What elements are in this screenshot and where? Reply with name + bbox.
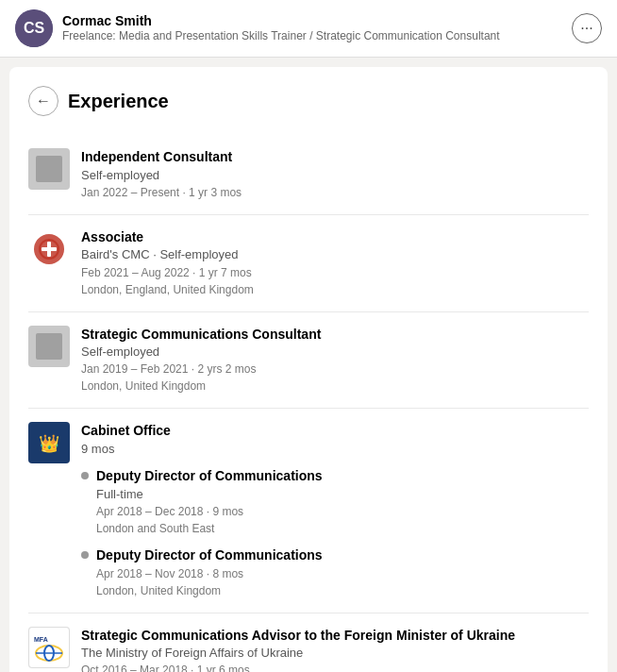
company-logo: 👑 [28, 422, 70, 463]
company-logo: MFA [28, 627, 70, 668]
experience-date: Feb 2021 – Aug 2022 · 1 yr 7 mos [81, 264, 589, 281]
experience-list: Independent ConsultantSelf-employedJan 2… [28, 135, 589, 672]
company-name: Associate [81, 228, 589, 247]
svg-text:MFA: MFA [34, 636, 48, 643]
experience-content: Independent ConsultantSelf-employedJan 2… [81, 148, 589, 201]
experience-content: Strategic Communications ConsultantSelf-… [81, 326, 589, 395]
avatar-image: CS [15, 9, 53, 47]
experience-item: 👑 Cabinet Office9 mosDeputy Director of … [28, 409, 589, 613]
company-sub: Self-employed [81, 167, 589, 184]
svg-text:👑: 👑 [39, 433, 60, 454]
experience-location: London, United Kingdom [81, 378, 589, 395]
company-sub: 9 mos [81, 441, 589, 458]
company-name: Strategic Communications Advisor to the … [81, 627, 589, 646]
sub-role: Deputy Director of CommunicationsFull-ti… [81, 467, 589, 537]
back-button[interactable]: ← [28, 86, 58, 116]
company-sub: Self-employed [81, 344, 589, 361]
svg-rect-3 [47, 242, 51, 257]
sub-role-title: Deputy Director of Communications [96, 467, 323, 486]
header-profile: CS Cormac Smith Freelance: Media and Pre… [15, 9, 500, 47]
card-title: Experience [68, 91, 169, 112]
header-action-button[interactable]: ··· [572, 13, 602, 43]
sub-role: Deputy Director of CommunicationsApr 201… [81, 546, 589, 599]
company-name: Strategic Communications Consultant [81, 326, 589, 344]
profile-name: Cormac Smith [62, 12, 500, 29]
sub-role-type: Full-time [96, 486, 323, 503]
header: CS Cormac Smith Freelance: Media and Pre… [0, 0, 617, 58]
sub-role-location: London, United Kingdom [96, 582, 323, 599]
sub-role-date: Apr 2018 – Dec 2018 · 9 mos [96, 503, 323, 520]
experience-item: AssociateBaird's CMC · Self-employedFeb … [28, 215, 589, 312]
sub-role-location: London and South East [96, 520, 323, 537]
experience-content: AssociateBaird's CMC · Self-employedFeb … [81, 228, 589, 298]
company-name: Independent Consultant [81, 148, 589, 167]
profile-subtitle: Freelance: Media and Presentation Skills… [62, 29, 500, 44]
experience-location: London, England, United Kingdom [81, 281, 589, 298]
experience-content: Cabinet Office9 mosDeputy Director of Co… [81, 422, 589, 598]
experience-date: Oct 2016 – Mar 2018 · 1 yr 6 mos [81, 662, 589, 672]
company-logo [28, 228, 70, 270]
experience-card: ← Experience Independent ConsultantSelf-… [9, 67, 608, 672]
back-arrow-icon: ← [36, 92, 51, 109]
sub-role-bullet [81, 472, 89, 479]
experience-item: Independent ConsultantSelf-employedJan 2… [28, 135, 589, 215]
company-name: Cabinet Office [81, 422, 589, 441]
avatar[interactable]: CS [15, 9, 53, 47]
company-sub: The Ministry of Foreign Affairs of Ukrai… [81, 645, 589, 662]
sub-role-content: Deputy Director of CommunicationsFull-ti… [96, 467, 323, 537]
company-logo [28, 148, 70, 190]
sub-role-bullet [81, 551, 89, 559]
sub-role-date: Apr 2018 – Nov 2018 · 8 mos [96, 565, 323, 582]
experience-item: Strategic Communications ConsultantSelf-… [28, 312, 589, 410]
experience-date: Jan 2019 – Feb 2021 · 2 yrs 2 mos [81, 361, 589, 378]
sub-role-title: Deputy Director of Communications [96, 546, 323, 565]
company-sub: Baird's CMC · Self-employed [81, 246, 589, 263]
ellipsis-icon: ··· [580, 20, 592, 37]
header-info: Cormac Smith Freelance: Media and Presen… [62, 12, 500, 44]
experience-item: MFA Strategic Communications Advisor to … [28, 613, 589, 673]
experience-content: Strategic Communications Advisor to the … [81, 627, 589, 673]
card-header: ← Experience [28, 86, 589, 116]
experience-date: Jan 2022 – Present · 1 yr 3 mos [81, 184, 589, 201]
sub-role-content: Deputy Director of CommunicationsApr 201… [96, 546, 323, 599]
company-logo [28, 326, 70, 367]
